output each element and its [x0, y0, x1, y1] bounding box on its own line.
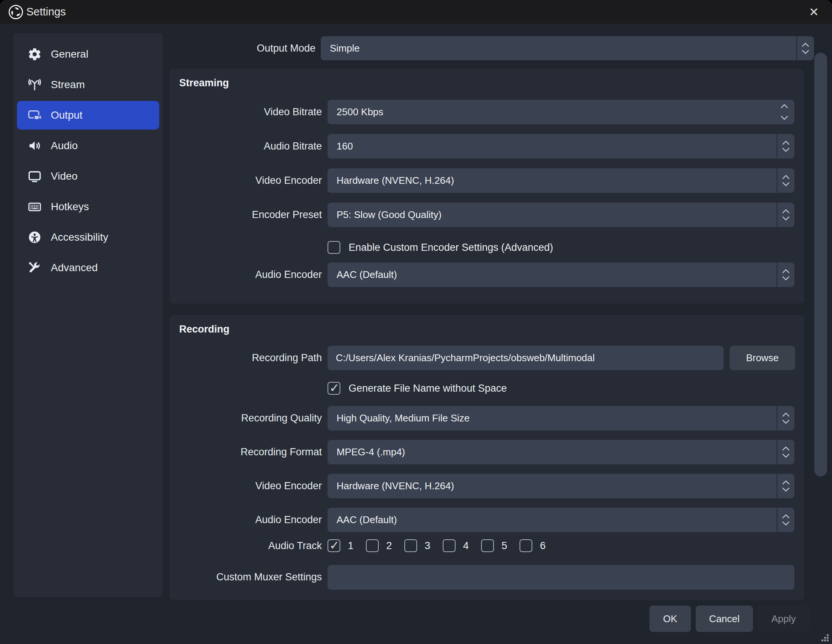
output-mode-label: Output Mode	[165, 36, 315, 60]
sidebar-item-label: Advanced	[51, 262, 98, 274]
recording-format-label: Recording Format	[170, 440, 322, 465]
video-encoder-value: Hardware (NVENC, H.264)	[328, 175, 454, 186]
sidebar-item-accessibility[interactable]: Accessibility	[17, 223, 159, 252]
sidebar-item-label: General	[51, 48, 88, 60]
sidebar-item-audio[interactable]: Audio	[17, 131, 159, 160]
audio-track-5-label: 5	[501, 540, 507, 552]
generate-filename-label: Generate File Name without Space	[349, 383, 507, 394]
cancel-button[interactable]: Cancel	[696, 606, 753, 632]
audio-track-1-checkbox[interactable]	[328, 539, 340, 552]
encoder-preset-value: P5: Slow (Good Quality)	[328, 209, 442, 221]
recording-path-label: Recording Path	[170, 346, 322, 370]
rec-video-encoder-select[interactable]: Hardware (NVENC, H.264)	[328, 474, 794, 498]
resize-grip[interactable]	[821, 634, 829, 642]
speaker-icon	[27, 139, 42, 153]
sidebar-item-hotkeys[interactable]: Hotkeys	[17, 192, 159, 221]
sidebar-item-video[interactable]: Video	[17, 162, 159, 191]
rec-audio-encoder-value: AAC (Default)	[328, 514, 397, 526]
chevron-up-down-icon	[777, 168, 794, 193]
chevron-up-down-icon	[777, 508, 794, 532]
audio-track-label: Audio Track	[170, 537, 322, 554]
video-encoder-select[interactable]: Hardware (NVENC, H.264)	[328, 168, 794, 193]
browse-button[interactable]: Browse	[730, 346, 795, 370]
audio-track-1-label: 1	[348, 540, 354, 552]
recording-section-title: Recording	[179, 315, 230, 343]
chevron-up-down-icon	[796, 36, 814, 60]
sidebar-item-label: Accessibility	[51, 231, 108, 243]
sidebar: General Stream Output	[14, 33, 163, 597]
recording-path-input[interactable]	[328, 346, 723, 370]
sidebar-item-label: Stream	[51, 79, 85, 91]
generate-filename-checkbox[interactable]	[328, 382, 340, 395]
obs-logo-icon	[8, 5, 23, 19]
audio-track-2-label: 2	[386, 540, 392, 552]
screen-share-icon	[27, 108, 42, 122]
audio-track-6-label: 6	[540, 540, 546, 552]
apply-button[interactable]: Apply	[758, 606, 810, 632]
output-mode-select[interactable]: Simple	[321, 36, 814, 60]
sidebar-item-general[interactable]: General	[17, 40, 159, 69]
recording-quality-value: High Quality, Medium File Size	[328, 412, 470, 424]
monitor-icon	[27, 169, 42, 183]
sidebar-item-output[interactable]: Output	[17, 101, 159, 130]
encoder-preset-select[interactable]: P5: Slow (Good Quality)	[328, 203, 794, 227]
audio-bitrate-label: Audio Bitrate	[170, 134, 322, 159]
audio-encoder-select[interactable]: AAC (Default)	[328, 263, 794, 287]
settings-window: Settings ✕ General Stream	[0, 0, 832, 644]
audio-bitrate-value: 160	[328, 141, 353, 152]
sidebar-item-label: Audio	[51, 140, 78, 152]
audio-track-row: 1 2 3 4 5 6	[328, 539, 546, 552]
custom-encoder-settings-checkbox[interactable]	[328, 241, 340, 254]
custom-encoder-settings-row: Enable Custom Encoder Settings (Advanced…	[328, 241, 553, 254]
video-bitrate-label: Video Bitrate	[170, 100, 322, 124]
sidebar-item-stream[interactable]: Stream	[17, 70, 159, 99]
broadcast-icon	[27, 78, 42, 92]
sidebar-item-label: Hotkeys	[51, 201, 89, 213]
rec-audio-encoder-select[interactable]: AAC (Default)	[328, 508, 794, 532]
rec-video-encoder-value: Hardware (NVENC, H.264)	[328, 480, 454, 492]
audio-bitrate-select[interactable]: 160	[328, 134, 794, 159]
audio-track-4-checkbox[interactable]	[443, 539, 456, 552]
titlebar: Settings ✕	[0, 0, 832, 24]
spinner-arrows-icon	[781, 100, 788, 124]
audio-track-6-checkbox[interactable]	[520, 539, 532, 552]
chevron-up-down-icon	[777, 474, 794, 498]
tools-icon	[27, 261, 42, 275]
recording-quality-label: Recording Quality	[170, 406, 322, 431]
audio-track-2-checkbox[interactable]	[366, 539, 379, 552]
keyboard-icon	[27, 200, 42, 214]
chevron-up-down-icon	[777, 134, 794, 159]
generate-filename-row: Generate File Name without Space	[328, 382, 507, 395]
window-title: Settings	[26, 6, 66, 18]
streaming-section-title: Streaming	[179, 69, 229, 97]
recording-format-select[interactable]: MPEG-4 (.mp4)	[328, 440, 794, 465]
custom-encoder-settings-label: Enable Custom Encoder Settings (Advanced…	[349, 242, 553, 253]
chevron-up-down-icon	[777, 203, 794, 227]
custom-muxer-input[interactable]	[328, 565, 794, 590]
audio-track-4-label: 4	[463, 540, 469, 552]
streaming-section: Streaming Video Bitrate 2500 Kbps Audio …	[170, 69, 804, 304]
encoder-preset-label: Encoder Preset	[170, 203, 322, 227]
close-button[interactable]: ✕	[804, 2, 824, 22]
video-bitrate-value: 2500 Kbps	[328, 106, 383, 118]
recording-section: Recording Recording Path Browse Generate…	[170, 315, 804, 600]
audio-track-3-label: 3	[425, 540, 430, 552]
audio-track-5-checkbox[interactable]	[481, 539, 494, 552]
custom-muxer-label: Custom Muxer Settings	[170, 565, 322, 590]
sidebar-item-advanced[interactable]: Advanced	[17, 253, 159, 282]
output-mode-value: Simple	[321, 43, 360, 54]
audio-encoder-label: Audio Encoder	[170, 263, 322, 287]
audio-encoder-value: AAC (Default)	[328, 269, 397, 280]
video-encoder-label: Video Encoder	[170, 168, 322, 193]
recording-quality-select[interactable]: High Quality, Medium File Size	[328, 406, 794, 431]
recording-format-value: MPEG-4 (.mp4)	[328, 446, 405, 458]
rec-audio-encoder-label: Audio Encoder	[170, 508, 322, 532]
sidebar-item-label: Output	[51, 109, 82, 121]
accessibility-icon	[27, 230, 42, 244]
audio-track-3-checkbox[interactable]	[404, 539, 417, 552]
gear-icon	[27, 47, 42, 61]
video-bitrate-spinner[interactable]: 2500 Kbps	[328, 100, 794, 124]
vertical-scrollbar-thumb[interactable]	[814, 53, 827, 476]
sidebar-item-label: Video	[51, 170, 78, 182]
ok-button[interactable]: OK	[650, 606, 691, 632]
